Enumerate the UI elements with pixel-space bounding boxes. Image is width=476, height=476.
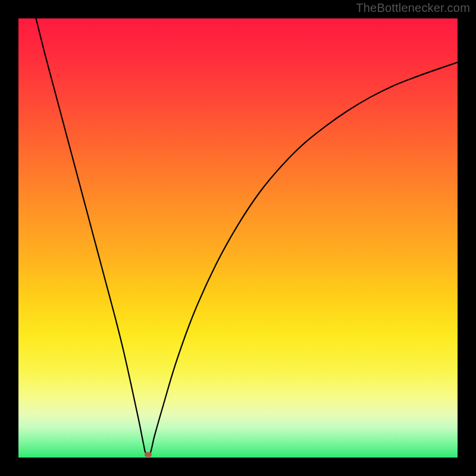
optimum-marker [145,452,152,457]
attribution-text: TheBottlenecker.com [356,1,470,15]
chart-frame: TheBottlenecker.com [0,0,476,476]
plot-area [18,18,458,458]
bottleneck-curve [18,18,458,458]
